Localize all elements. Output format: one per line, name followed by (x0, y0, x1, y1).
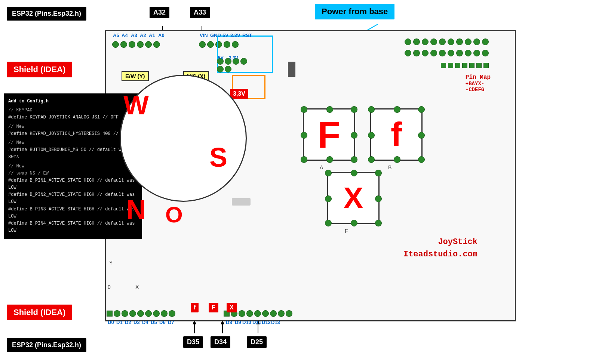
btn-dot (301, 106, 307, 113)
pin-dot (120, 41, 127, 48)
btn-dot (326, 106, 333, 113)
axis-x-label: X (135, 284, 139, 290)
axis-origin-label: 0 (108, 284, 111, 290)
pin-text-d7: D7 (168, 320, 174, 325)
btn-dot (325, 195, 332, 202)
pin-sq (462, 63, 467, 68)
pin-dot (246, 310, 253, 317)
pin-dot (145, 310, 152, 317)
pin-text-d3: D3 (133, 320, 140, 325)
right-connector-mid (405, 50, 489, 56)
pin-sq (476, 63, 482, 68)
btn-dot (368, 132, 375, 139)
btn-dot (351, 170, 357, 176)
btn-dot (394, 106, 400, 113)
joystick-brand: JoyStick Iteadstudio.com (403, 236, 477, 260)
btn-dot (418, 156, 425, 163)
btn-dot (368, 156, 375, 163)
pin-dot (129, 41, 135, 48)
pin-sq (455, 63, 460, 68)
pin-text-d1: D1 (116, 320, 123, 325)
pin-text-5v: 5V (222, 33, 228, 38)
pin-text-d5: D5 (151, 320, 157, 325)
d35-label: D35 (183, 336, 203, 348)
pin-dot (153, 41, 160, 48)
pin-dot (286, 310, 292, 317)
pin-text-d0: D0 (108, 320, 114, 325)
pin-text-a1: A1 (149, 33, 155, 38)
main-diagram: Pin Map +BAYX- -CDEFG JoyStick Iteadstud… (0, 0, 605, 364)
pin-dot (413, 38, 420, 45)
pin-dot (129, 310, 136, 317)
pin-dot (270, 310, 277, 317)
pin-text-a3: A3 (131, 33, 137, 38)
btn-f-label: F (345, 228, 348, 234)
pin-dot (448, 50, 454, 56)
pin-text-rst: RST (242, 33, 252, 38)
pin-text-d10: D10 (242, 320, 251, 325)
pin-dot (473, 50, 480, 56)
btn-dot (375, 220, 382, 226)
pin-dot (207, 41, 214, 48)
direction-w: W (123, 90, 149, 120)
shield-top-label: Shield (IDEA) (7, 62, 72, 77)
shield-bottom-label: Shield (IDEA) (7, 305, 72, 320)
pin-dot (422, 50, 429, 56)
pin-dot (422, 38, 429, 45)
5v-label: 5V (218, 55, 224, 61)
button-x-letter: X (328, 181, 378, 215)
pin-dot (430, 38, 437, 45)
pin-dot (224, 41, 230, 48)
pin-sq (107, 311, 113, 317)
pin-text-a5: A5 (113, 33, 119, 38)
pin-dot (448, 38, 454, 45)
pin-text-33v: 3.3V (230, 33, 240, 38)
pin-dot (199, 41, 206, 48)
button-a-box: F (303, 108, 355, 161)
pin-map: Pin Map +BAYX- -CDEFG (466, 74, 491, 93)
pin-text-d12: D12 (262, 320, 271, 325)
pin-dot (215, 41, 222, 48)
pin-dot (225, 66, 231, 73)
pin-dot (137, 310, 144, 317)
top-connector-right (199, 41, 239, 48)
pin-dot (473, 38, 480, 45)
d34-label: D34 (211, 336, 230, 348)
f-small-badge: f (191, 303, 199, 312)
code-block: Add to Config.h // KEYPAD ---------- #de… (4, 93, 142, 239)
pin-dot (153, 310, 160, 317)
pin-text-d9: D9 (235, 320, 241, 325)
btn-b-label: B (388, 164, 391, 170)
ew-label: E/W (Y) (122, 71, 149, 81)
pin-sq (469, 63, 475, 68)
x-badge: X (227, 303, 237, 312)
esp32-top-label: ESP32 (Pins.Esp32.h) (7, 7, 86, 21)
button-x-box: X (327, 172, 380, 224)
pin-dot (456, 38, 463, 45)
btn-dot (351, 106, 357, 113)
pin-dot (482, 38, 489, 45)
button-b-box: f (370, 108, 423, 161)
pin-dot (217, 66, 224, 73)
pin-dot (439, 50, 446, 56)
pin-text-d2: D2 (125, 320, 131, 325)
btn-dot (325, 220, 332, 226)
pin-dot (137, 41, 144, 48)
axis-y-label: Y (109, 260, 113, 266)
a32-label: A32 (150, 7, 169, 18)
pin-dot (145, 41, 152, 48)
btn-dot (326, 156, 333, 163)
top-connector-left (112, 41, 160, 48)
btn-dot (394, 156, 400, 163)
pin-text-d11: D11 (252, 320, 261, 325)
pin-dot (465, 50, 472, 56)
btn-dot (418, 132, 425, 139)
btn-dot (351, 156, 357, 163)
d25-label: D25 (247, 336, 267, 348)
pin-sq (441, 63, 446, 68)
pin-dot (262, 310, 269, 317)
button-a-letter: F (304, 113, 354, 156)
direction-n: N (126, 194, 146, 225)
btn-dot (368, 106, 375, 113)
pin-text-d8: D8 (226, 320, 232, 325)
